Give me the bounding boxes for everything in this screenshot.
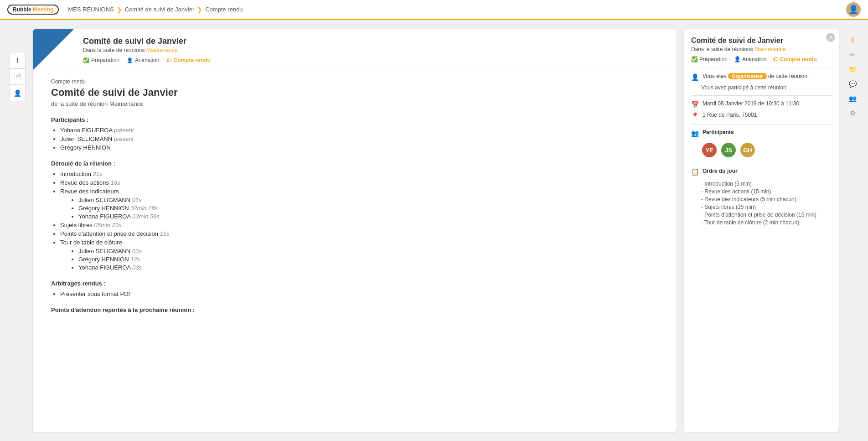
list-item: - Revue des indicateurs (5 min chacun)	[701, 196, 832, 202]
date-row: 📅 Mardi 08 Janvier 2019 de 10:30 à 11:30	[691, 100, 832, 108]
panel-tabs: ✅ Préparation 👤 Animation 🏷 Compte rendu	[691, 56, 832, 62]
list-item: - Points d'attention et prise de décisio…	[701, 212, 832, 218]
deroulement-title: Déroulé de la réunion :	[51, 160, 658, 167]
ordre-list: - Introduction (5 min) - Revue des actio…	[691, 181, 832, 226]
list-item: Julien SELIGMANN 01s	[78, 197, 658, 203]
list-item: - Revue des actions (15 min)	[701, 188, 832, 195]
suite-label-header: Dans la suite de réunions Maintenance	[83, 47, 667, 53]
breadcrumb: MES RÉUNIONS ❯ Comité de suivi de Janvie…	[68, 6, 243, 13]
list-item: Présenter sous format PDF	[60, 291, 658, 297]
list-item: Grégory HENNION	[60, 144, 658, 151]
avatar-js: JS	[720, 142, 737, 158]
sidebar-gear-icon[interactable]: ⚙	[846, 107, 859, 119]
panel-divider-2	[691, 95, 832, 96]
sidebar-info-icon[interactable]: ℹ	[846, 34, 859, 47]
calendar-icon: 📅	[691, 101, 699, 108]
right-panel: ✕ Comité de suivi de Janvier Dans la sui…	[684, 29, 839, 432]
user-sidebar-icon[interactable]: 👤	[9, 85, 26, 101]
sub-list: Julien SELIGMANN 03s Grégory HENNION 12s…	[60, 248, 658, 271]
suite-link-header[interactable]: Maintenance	[146, 47, 178, 53]
suite-subtitle: de la suite de réunion Maintenance	[51, 100, 658, 107]
participants-panel-title: Participants	[703, 129, 734, 135]
participants-icon: 👥	[691, 130, 699, 137]
right-sidebar: ℹ ✏ 📁 💬 👥 ⚙	[846, 34, 859, 432]
content-header: Comité de suivi de Janvier Dans la suite…	[33, 29, 677, 69]
list-item: Tour de table de clôture Julien SELIGMAN…	[60, 239, 658, 271]
panel-suite-link[interactable]: Maintenance	[754, 46, 786, 52]
breadcrumb-mes-reunions[interactable]: MES RÉUNIONS	[68, 6, 114, 13]
panel-tab-preparation[interactable]: ✅ Préparation	[691, 56, 728, 62]
content-body: Compte rendu Comité de suivi de Janvier …	[33, 69, 677, 326]
organisateur-text: Vous êtes Organisateur de cette réunion.	[703, 73, 809, 79]
header-tabs: ✅ Préparation 👤 Animation 🏷 Compte rendu	[83, 57, 667, 63]
avatar-gh: GH	[739, 142, 756, 158]
list-item: Sujets libres 05min 23s	[60, 222, 658, 228]
list-item: Yohana FIGUEROA présent	[60, 127, 658, 134]
compte-rendu-label: Compte rendu	[51, 78, 658, 85]
panel-divider-4	[691, 163, 832, 163]
sidebar-folder-icon[interactable]: 📁	[846, 63, 859, 76]
panel-tab-animation[interactable]: 👤 Animation	[734, 56, 766, 62]
meeting-title-header: Comité de suivi de Janvier	[83, 36, 667, 46]
participants-list: Yohana FIGUEROA présent Julien SELIGMANN…	[51, 127, 658, 151]
list-item: Grégory HENNION 02min 18s	[78, 205, 658, 212]
panel-divider-1	[691, 68, 832, 68]
person-icon: 👤	[691, 73, 699, 81]
panel-tab-compte-rendu[interactable]: 🏷 Compte rendu	[773, 56, 816, 62]
sidebar-users-icon[interactable]: 👥	[846, 92, 859, 105]
breadcrumb-sep-1: ❯	[117, 6, 122, 13]
ordre-title: Ordre du jour	[703, 168, 738, 174]
date-text: Mardi 08 Janvier 2019 de 10:30 à 11:30	[703, 100, 799, 107]
list-item: - Sujets libres (15 min)	[701, 204, 832, 210]
preparation-icon: ✅	[83, 57, 89, 63]
list-item: Revue des indicateurs Julien SELIGMANN 0…	[60, 188, 658, 220]
location-text: 1 Rue de Paris, 75001	[703, 112, 757, 118]
list-item: Points d'attention et prise de décision …	[60, 230, 658, 237]
document-sidebar-icon[interactable]: 📄	[9, 68, 26, 85]
logo[interactable]: Bubble Meeting	[7, 5, 59, 15]
tab-compte-rendu[interactable]: 🏷 Compte rendu	[166, 57, 210, 63]
location-row: 📍 1 Rue de Paris, 75001	[691, 112, 832, 119]
list-item: Grégory HENNION 12s	[78, 256, 658, 263]
breadcrumb-meeting[interactable]: Comité de suivi de Janvier	[125, 6, 194, 13]
breadcrumb-sep-2: ❯	[197, 6, 202, 13]
panel-divider-3	[691, 124, 832, 125]
info-sidebar-icon[interactable]: ℹ	[9, 52, 26, 68]
panel-preparation-icon: ✅	[691, 56, 698, 62]
logo-highlight: Meeting	[33, 6, 53, 13]
agenda-icon: 📋	[691, 168, 699, 176]
deroulement-list: Introduction 21s Revue des actions 16s R…	[51, 171, 658, 271]
list-item: Introduction 21s	[60, 171, 658, 177]
meeting-title-body: Comité de suivi de Janvier	[51, 87, 658, 99]
avatars-row: YF JS GH	[701, 142, 832, 158]
participants-row: 👥 Participants	[691, 129, 832, 138]
user-avatar[interactable]: 👤	[846, 2, 861, 17]
arbitrages-title: Arbitrages rendus :	[51, 280, 658, 287]
tab-animation[interactable]: 👤 Animation	[127, 57, 159, 63]
sub-list: Julien SELIGMANN 01s Grégory HENNION 02m…	[60, 197, 658, 220]
sidebar-chat-icon[interactable]: 💬	[846, 78, 859, 90]
participated-text: Vous avez participé à cette réunion.	[701, 84, 832, 91]
list-item: Yohana FIGUEROA 03min 56s	[78, 213, 658, 220]
sidebar-edit-icon[interactable]: ✏	[846, 48, 859, 61]
topnav: Bubble Meeting MES RÉUNIONS ❯ Comité de …	[0, 0, 868, 20]
ordre-row: 📋 Ordre du jour	[691, 168, 832, 177]
panel-title: Comité de suivi de Janvier	[691, 36, 832, 45]
list-item: Yohana FIGUEROA 03s	[78, 264, 658, 271]
list-item: - Introduction (5 min)	[701, 181, 832, 187]
list-item: Julien SELIGMANN présent	[60, 135, 658, 142]
tab-preparation[interactable]: ✅ Préparation	[83, 57, 119, 63]
list-item: Revue des actions 16s	[60, 179, 658, 186]
organisateur-badge: Organisateur	[728, 73, 766, 79]
panel-compte-rendu-icon: 🏷	[773, 56, 778, 62]
animation-icon: 👤	[127, 57, 133, 63]
panel-suite-label: Dans la suite de réunions Maintenance	[691, 46, 832, 52]
close-button[interactable]: ✕	[826, 33, 835, 42]
main-content: Comité de suivi de Janvier Dans la suite…	[33, 29, 677, 432]
points-title: Points d'attention reportés à la prochai…	[51, 306, 658, 313]
arbitrages-list: Présenter sous format PDF	[51, 291, 658, 297]
list-item: Julien SELIGMANN 03s	[78, 248, 658, 254]
compte-rendu-icon: 🏷	[166, 57, 171, 63]
location-icon: 📍	[691, 112, 699, 119]
left-sidebar: ℹ 📄 👤	[9, 52, 26, 432]
